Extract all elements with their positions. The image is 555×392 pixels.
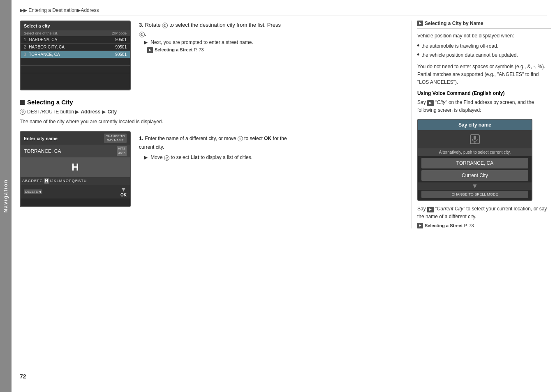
dest-city-bold: City (107, 109, 117, 115)
step1-sub: ▶ Move ⊙ to select List to display a lis… (139, 154, 287, 161)
bullet-dot-1 (417, 44, 419, 46)
step3-ref: ▶ Selecting a Street P. 73 (139, 46, 287, 54)
side-navigation-label: Navigation (0, 0, 12, 392)
sc-city-btn[interactable]: TORRANCE, CA (421, 158, 528, 168)
heading-text: Selecting a City (27, 99, 73, 106)
ec-hits-label: HITS (118, 147, 125, 151)
right-column: ▶ Selecting a City by Name Vehicle posit… (411, 21, 551, 228)
side-label-text: Navigation (3, 179, 9, 212)
say-city-screen: Say city name Alternatively, push to sel… (417, 119, 532, 201)
step1-body: Enter the name of a different city, or m… (139, 136, 287, 150)
bullet-text-2: the vehicle position data cannot be upda… (421, 51, 518, 59)
delete-label: DELETE (25, 190, 38, 194)
step3-ref-label: Selecting a Street P. 73 (155, 46, 204, 54)
bottom-italic: "Current City" (435, 206, 465, 212)
sc-mic-icon (470, 134, 480, 144)
voice-cmd-title: Using Voice Command (English only) (417, 90, 551, 96)
ec-change-btn[interactable]: CHANGE TO SAY NAME (104, 134, 127, 143)
svg-rect-0 (474, 136, 476, 140)
sc-alt-text: Alternatively, push to select current ci… (418, 148, 532, 156)
bullet-2: the vehicle position data cannot be upda… (417, 51, 551, 59)
step3-block: 3. Rotate ⊙ to select the destination ci… (139, 21, 287, 54)
bottom-ref-label: Selecting a Street P. 73 (425, 223, 474, 228)
row3-num: 3 (24, 52, 27, 57)
ec-hits-value: 4606 (118, 151, 125, 155)
ec-current-char: H (72, 161, 79, 173)
city-row-3-selected: 3 TORRANCE, CA 90501 (21, 51, 130, 58)
bottom-ref-link: ▶ Selecting a Street P. 73 (417, 223, 551, 228)
ec-hits: HITS 4606 (117, 146, 127, 156)
row2-num: 2 (24, 45, 27, 49)
city-row-empty2 (21, 66, 130, 73)
ec-keyboard: ABCDEFG H IJKLMNOPQRSTU (21, 177, 130, 185)
col1-label: Select one of the list. (24, 31, 58, 35)
ec-ok-group: ▼ OK (120, 186, 127, 197)
delete-icon: ◀ (39, 190, 41, 194)
ec-title: Enter city name (24, 136, 58, 141)
bottom-voice-icon: ▶ (427, 207, 434, 212)
sc-header: Say city name (418, 120, 532, 130)
voice-cmd-text: Say ▶ "City" on the Find address by scre… (417, 99, 551, 114)
screen-sub-header: Select one of the list. ZIP code (21, 30, 130, 36)
mic-svg (472, 135, 478, 143)
bottom-ref-icon: ▶ (417, 223, 423, 228)
breadcrumb-text: ▶▶ Entering a Destination▶Address (20, 7, 99, 13)
enter-city-screen: Enter city name CHANGE TO SAY NAME TORRA… (20, 131, 131, 207)
ec-delete-btn[interactable]: DELETE ◀ (24, 189, 42, 194)
screen-title: Select a city (21, 21, 130, 30)
city-row-2: 2 HARBOR CITY, CA 90501 (21, 44, 130, 51)
bullet-text-1: the automobile is traveling off-road. (421, 42, 498, 50)
note-extra: You do not need to enter spaces or symbo… (417, 63, 551, 87)
step3-sub1: ▶ Next, you are prompted to enter a stre… (139, 39, 287, 46)
row1-zip: 90501 (115, 37, 127, 42)
row2-city: HARBOR CITY, CA (29, 45, 65, 49)
keyboard-rest: IJKLMNOPQRSTU (50, 179, 87, 183)
dest-arrow2: ▶ (102, 109, 106, 115)
city-row-empty1 (21, 58, 130, 66)
breadcrumb: ▶▶ Entering a Destination▶Address (20, 7, 547, 16)
keyboard-chars: ABCDEFG (22, 179, 43, 183)
bullet-1: the automobile is traveling off-road. (417, 42, 551, 50)
bottom-ref-text: Say ▶ "Current City" to select your curr… (417, 205, 551, 221)
city-row-1: 1 GARDENA, CA 90501 (21, 36, 130, 44)
ec-char-display: H (21, 157, 130, 177)
sc-mic-area (418, 130, 532, 148)
ec-bottom-row: DELETE ◀ ▼ OK (21, 185, 130, 198)
note-body: Vehicle position may not be displayed wh… (417, 32, 551, 86)
note-title-text: Selecting a City by Name (425, 21, 483, 26)
step3-text: 3. Rotate ⊙ to select the destination ci… (139, 21, 287, 39)
ec-change-line2: SAY NAME (106, 138, 125, 143)
ec-city-row: TORRANCE, CA HITS 4606 (21, 145, 130, 157)
note-intro: Vehicle position may not be displayed wh… (417, 32, 551, 40)
step3-num: 3. (139, 22, 143, 28)
row1-city: GARDENA, CA (29, 37, 57, 42)
ec-ok-label: OK (120, 193, 127, 197)
dest-icon: ⊙ (20, 109, 25, 115)
ec-city-name: TORRANCE, CA (24, 148, 61, 154)
middle-column: 3. Rotate ⊙ to select the destination ci… (139, 21, 287, 162)
sc-current-btn[interactable]: Current City (421, 170, 528, 181)
voice-icon: ▶ (427, 100, 434, 106)
step1-block: 1. Enter the name of a different city, o… (139, 134, 287, 162)
note-ref-icon: ▶ (417, 21, 423, 26)
dest-address-bold: Address (81, 109, 100, 115)
ec-change-line1: CHANGE TO (106, 134, 125, 138)
keyboard-h: H (44, 178, 49, 184)
voice-city-text: "City" (435, 99, 447, 105)
sc-spell-btn[interactable]: CHANGE TO SPELL MODE (421, 191, 528, 198)
dest-text: DEST/ROUTE button ▶ (27, 109, 79, 115)
step1-num: 1. (139, 135, 143, 141)
sc-down-arrow: ▼ (418, 182, 532, 190)
ref-icon: ▶ (147, 47, 153, 53)
row3-zip: 90501 (115, 52, 127, 57)
col2-label: ZIP code (112, 31, 127, 35)
ok-down-arrow: ▼ (121, 186, 127, 193)
page-number: 72 (20, 373, 26, 380)
row3-city: TORRANCE, CA (29, 52, 60, 57)
step1-text: 1. Enter the name of a different city, o… (139, 134, 287, 151)
note-title: ▶ Selecting a City by Name (417, 21, 551, 29)
step3-body: Rotate ⊙ to select the destination city … (139, 22, 281, 37)
ec-header: Enter city name CHANGE TO SAY NAME (21, 132, 130, 145)
select-city-screen: Select a city Select one of the list. ZI… (20, 21, 131, 90)
bullet-dot-2 (417, 53, 419, 55)
